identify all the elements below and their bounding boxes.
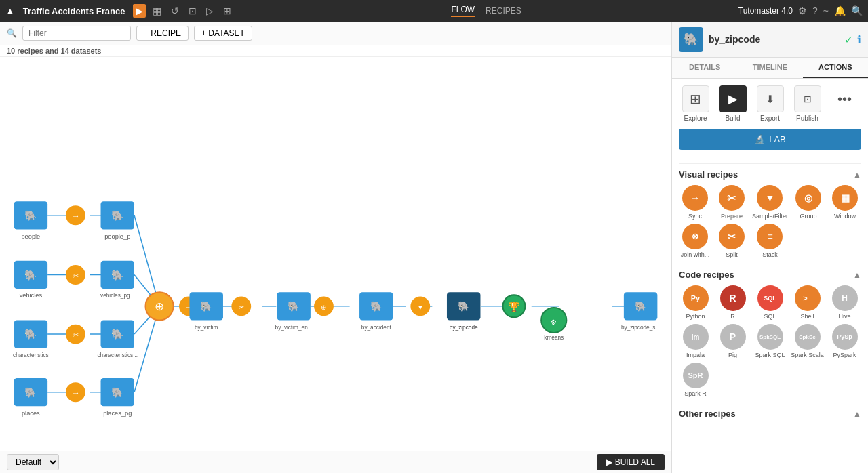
- recipe-pyspark[interactable]: PySp PySpark: [828, 324, 861, 358]
- settings-icon[interactable]: ⚙: [798, 5, 807, 16]
- rp-header: 🐘 by_zipcode ✓ ℹ: [672, 22, 868, 58]
- recipe-r[interactable]: R R: [716, 285, 749, 320]
- rp-header-icons: ✓ ℹ: [844, 33, 861, 46]
- recipe-spark-r[interactable]: SpR Spark R: [679, 363, 712, 397]
- svg-text:✂: ✂: [73, 331, 79, 339]
- nav-recipes[interactable]: RECIPES: [486, 6, 521, 16]
- svg-text:🐘: 🐘: [24, 386, 37, 398]
- refresh-icon[interactable]: ↺: [168, 4, 182, 18]
- visual-recipes-section: Visual recipes ▲ → Sync ✂ Prepare ▼ Samp…: [672, 164, 868, 264]
- svg-text:🏆: 🏆: [508, 301, 521, 313]
- svg-text:people_p: people_p: [104, 233, 130, 240]
- grid-icon[interactable]: ⊞: [220, 4, 234, 18]
- svg-text:places: places: [22, 410, 40, 417]
- svg-text:places_pg: places_pg: [103, 410, 132, 417]
- svg-text:by_zipcode_s...: by_zipcode_s...: [621, 325, 660, 331]
- svg-text:🐘: 🐘: [635, 300, 648, 312]
- recipe-sync[interactable]: → Sync: [679, 185, 711, 220]
- recipe-impala[interactable]: Im Impala: [679, 324, 712, 358]
- flow-canvas[interactable]: 🐘 people → 🐘 people_p 🐘 vehicles ✂ 🐘 v: [0, 57, 671, 451]
- svg-text:🐘: 🐘: [288, 300, 300, 312]
- dataset-title: by_zipcode: [709, 34, 839, 45]
- check-icon[interactable]: ✓: [844, 33, 853, 46]
- recipe-python[interactable]: Py Python: [679, 285, 712, 320]
- other-recipes-section: Other recipes ▲: [672, 403, 868, 430]
- action-explore[interactable]: ⊞ Explore: [679, 85, 712, 122]
- svg-text:kmeans: kmeans: [544, 335, 564, 341]
- code-recipes-toggle[interactable]: ▲: [853, 270, 861, 280]
- other-recipes-toggle[interactable]: ▲: [853, 409, 861, 419]
- add-dataset-button[interactable]: + DATASET: [194, 26, 252, 41]
- action-export[interactable]: ⬇ Export: [753, 85, 787, 122]
- recipe-shell[interactable]: >_ Shell: [791, 285, 824, 320]
- right-panel: 🐘 by_zipcode ✓ ℹ DETAILS TIMELINE ACTION…: [671, 22, 868, 473]
- topbar-icons: ▶ ▦ ↺ ⊡ ▷ ⊞: [133, 4, 234, 18]
- recipe-spark-sql[interactable]: SpkSQL Spark SQL: [753, 324, 787, 358]
- svg-text:🐘: 🐘: [24, 328, 37, 340]
- rp-tabs: DETAILS TIMELINE ACTIONS: [672, 58, 868, 79]
- recipe-window[interactable]: ▦ Window: [829, 185, 861, 220]
- svg-text:🐘: 🐘: [458, 300, 471, 312]
- info-icon[interactable]: ℹ: [857, 33, 861, 46]
- lab-button[interactable]: 🔬 LAB: [679, 129, 861, 150]
- recipe-join[interactable]: ⊗ Join with...: [679, 224, 711, 258]
- svg-text:⊕: ⊕: [155, 300, 164, 312]
- app-title: Traffic Accidents France: [23, 6, 125, 16]
- tab-details[interactable]: DETAILS: [672, 58, 737, 78]
- project-name: Tutomaster 4.0: [738, 6, 793, 16]
- recipes-count: 10: [7, 47, 15, 55]
- svg-text:🐘: 🐘: [200, 300, 213, 312]
- search-icon[interactable]: 🔍: [851, 5, 863, 16]
- tab-timeline[interactable]: TIMELINE: [737, 58, 802, 78]
- flow-panel: 🔍 + RECIPE + DATASET 10 recipes and 14 d…: [0, 22, 671, 473]
- visual-recipes-toggle[interactable]: ▲: [853, 170, 861, 180]
- play-icon[interactable]: ▷: [203, 4, 216, 18]
- action-publish[interactable]: ⊡ Publish: [791, 85, 824, 122]
- svg-text:🐘: 🐘: [24, 209, 37, 222]
- svg-text:by_victim_en...: by_victim_en...: [275, 325, 313, 331]
- default-select[interactable]: Default: [7, 454, 59, 470]
- stream-icon[interactable]: ▶: [133, 4, 146, 18]
- svg-text:⚙: ⚙: [551, 318, 557, 326]
- svg-text:characteristics...: characteristics...: [97, 352, 138, 358]
- recipe-pig[interactable]: P Pig: [716, 324, 749, 358]
- topbar: ▲ Traffic Accidents France ▶ ▦ ↺ ⊡ ▷ ⊞ F…: [0, 0, 868, 22]
- recipe-hive[interactable]: H Hive: [828, 285, 861, 320]
- recipe-group[interactable]: ◎ Group: [792, 185, 825, 220]
- recipe-sample-filter[interactable]: ▼ Sample/Filter: [752, 185, 788, 220]
- dataset-logo: 🐘: [679, 27, 703, 52]
- recipe-stack[interactable]: ≡ Stack: [752, 224, 788, 258]
- action-more[interactable]: •••: [828, 85, 861, 122]
- datasets-count: 14: [61, 47, 69, 55]
- action-build[interactable]: ▶ Build: [716, 85, 749, 122]
- db-icon[interactable]: ▦: [150, 4, 164, 18]
- recipe-sql[interactable]: SQL SQL: [753, 285, 787, 320]
- svg-text:🐘: 🐘: [24, 269, 37, 281]
- activity-icon[interactable]: ~: [823, 5, 829, 16]
- other-recipes-header: Other recipes ▲: [679, 409, 861, 419]
- recipe-spark-scala[interactable]: SpkSc Spark Scala: [791, 324, 824, 358]
- svg-text:vehicles: vehicles: [20, 292, 43, 299]
- svg-text:→: →: [71, 211, 79, 221]
- svg-text:🐘: 🐘: [111, 209, 124, 222]
- nav-flow[interactable]: FLOW: [451, 5, 475, 17]
- topbar-nav: FLOW RECIPES: [451, 5, 521, 17]
- flow-stats: 10 recipes and 14 datasets: [0, 45, 671, 57]
- code-recipes-title: Code recipes: [679, 270, 734, 280]
- tab-actions[interactable]: ACTIONS: [803, 58, 868, 78]
- lab-label: LAB: [769, 134, 786, 144]
- svg-text:by_accident: by_accident: [361, 325, 392, 331]
- recipe-split[interactable]: ✂ Split: [715, 224, 748, 258]
- help-icon[interactable]: ?: [812, 5, 818, 16]
- svg-text:✂: ✂: [239, 304, 244, 311]
- add-recipe-button[interactable]: + RECIPE: [136, 26, 189, 41]
- code-recipes-grid: Py Python R R SQL SQL >_ Shell H Hive: [679, 285, 861, 397]
- edit-icon[interactable]: ⊡: [186, 4, 199, 18]
- recipe-prepare[interactable]: ✂ Prepare: [715, 185, 748, 220]
- rp-actions: ⊞ Explore ▶ Build ⬇ Export ⊡ Publish: [672, 79, 868, 163]
- visual-recipes-header: Visual recipes ▲: [679, 169, 861, 180]
- app-logo: ▲: [5, 5, 15, 16]
- filter-input[interactable]: [22, 26, 131, 41]
- build-all-button[interactable]: ▶ BUILD ALL: [597, 454, 665, 470]
- notification-icon[interactable]: 🔔: [834, 5, 846, 16]
